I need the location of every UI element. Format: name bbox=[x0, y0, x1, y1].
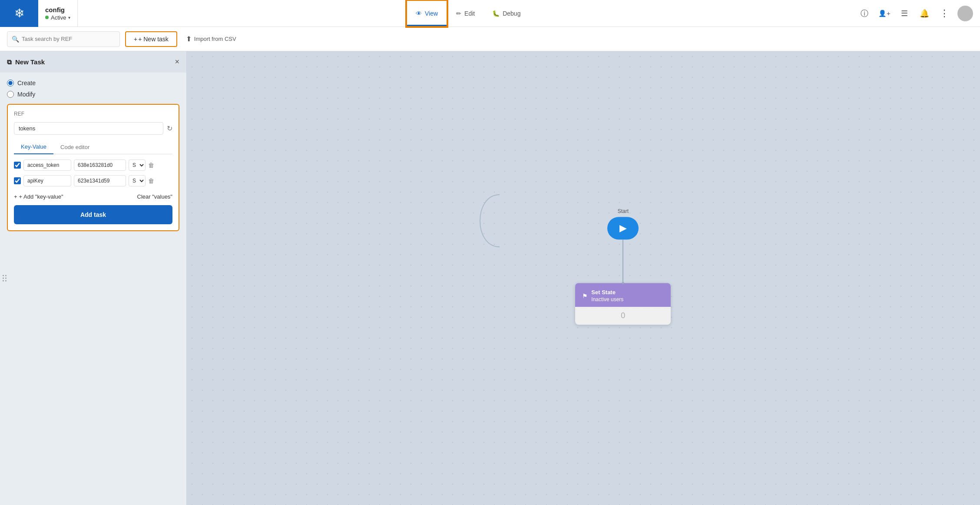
layers-icon: ⧉ bbox=[7, 58, 12, 66]
panel-tabs: Key-Value Code editor bbox=[14, 140, 172, 154]
kv-list: S N B 🗑 S N bbox=[14, 159, 172, 186]
app-header: ❄ config Active ▾ 👁 View ✏ Edit 🐛 Debug … bbox=[0, 0, 980, 27]
ref-input-row: ↻ bbox=[14, 122, 172, 135]
ref-input[interactable] bbox=[14, 122, 163, 135]
radio-create-label: Create bbox=[17, 80, 36, 86]
kv-type-select-2[interactable]: S N B bbox=[129, 175, 146, 186]
main-content: ⧉ New Task × Create Modify REF bbox=[0, 51, 980, 505]
set-state-node[interactable]: ⚑ Set State Inactive users 0 bbox=[575, 283, 671, 325]
tab-key-value[interactable]: Key-Value bbox=[14, 140, 53, 154]
radio-group: Create Modify bbox=[7, 80, 179, 98]
logo-area: ❄ bbox=[0, 0, 38, 27]
import-icon: ⬆ bbox=[186, 35, 192, 43]
header-right: ⓘ 👤+ ☰ 🔔 ⋮ bbox=[858, 6, 980, 21]
ref-section: REF ↻ Key-Value Code editor bbox=[7, 104, 179, 231]
flag-icon: ⚑ bbox=[582, 292, 588, 299]
radio-modify-input[interactable] bbox=[7, 91, 14, 98]
trash-icon: 🗑 bbox=[148, 177, 154, 184]
ref-label: REF bbox=[14, 111, 172, 117]
play-icon: ▶ bbox=[619, 223, 627, 234]
canvas-area[interactable]: Start ▶ ▼ ⚑ Set State Inactive users bbox=[187, 51, 980, 505]
trash-icon: 🗑 bbox=[148, 162, 154, 169]
new-task-button[interactable]: + + New task bbox=[125, 31, 177, 47]
nav-edit-button[interactable]: ✏ Edit bbox=[447, 0, 483, 27]
add-task-button[interactable]: Add task bbox=[14, 205, 172, 224]
debug-icon: 🐛 bbox=[492, 10, 500, 17]
app-title-area: config Active ▾ bbox=[38, 0, 78, 27]
tab-code-editor[interactable]: Code editor bbox=[53, 140, 96, 154]
kv-row: S N B 🗑 bbox=[14, 159, 172, 171]
clear-values-button[interactable]: Clear "values" bbox=[137, 193, 173, 200]
search-input-wrap: 🔍 bbox=[7, 31, 120, 47]
left-panel: ⧉ New Task × Create Modify REF bbox=[0, 51, 187, 505]
kv-actions: + + Add "key-value" Clear "values" bbox=[14, 193, 172, 200]
edit-icon: ✏ bbox=[456, 10, 461, 17]
refresh-icon: ↻ bbox=[167, 125, 172, 132]
panel-title: ⧉ New Task bbox=[7, 58, 45, 66]
radio-modify-label: Modify bbox=[17, 91, 35, 98]
import-label: Import from CSV bbox=[194, 36, 236, 42]
start-node[interactable]: ▶ bbox=[607, 217, 639, 239]
search-icon: 🔍 bbox=[12, 36, 19, 43]
kv-row: S N B 🗑 bbox=[14, 175, 172, 186]
kv-checkbox-1[interactable] bbox=[14, 162, 21, 169]
set-state-footer: 0 bbox=[575, 307, 671, 325]
radio-create[interactable]: Create bbox=[7, 80, 179, 86]
import-csv-button[interactable]: ⬆ Import from CSV bbox=[182, 31, 240, 47]
chevron-down-icon: ▾ bbox=[68, 15, 70, 20]
clear-label: Clear "values" bbox=[137, 193, 173, 200]
tab-kv-label: Key-Value bbox=[21, 143, 46, 150]
more-icon-button[interactable]: ⋮ bbox=[937, 7, 951, 20]
kv-type-select-1[interactable]: S N B bbox=[129, 159, 146, 171]
refresh-button[interactable]: ↻ bbox=[167, 124, 172, 133]
status-badge[interactable]: Active ▾ bbox=[45, 14, 70, 21]
main-nav: 👁 View ✏ Edit 🐛 Debug bbox=[78, 0, 858, 27]
list-icon-button[interactable]: ☰ bbox=[897, 7, 911, 20]
kv-key-input-2[interactable] bbox=[23, 175, 71, 186]
radio-create-input[interactable] bbox=[7, 80, 14, 86]
plus-icon: + bbox=[14, 193, 17, 200]
kv-val-input-2[interactable] bbox=[74, 175, 126, 186]
kv-val-input-1[interactable] bbox=[74, 159, 126, 171]
kv-delete-button-1[interactable]: 🗑 bbox=[148, 162, 154, 169]
kv-checkbox-2[interactable] bbox=[14, 177, 21, 184]
logo-icon: ❄ bbox=[14, 6, 24, 20]
nav-debug-label: Debug bbox=[503, 10, 520, 17]
inactive-users-label: Inactive users bbox=[591, 296, 623, 302]
bell-icon-button[interactable]: 🔔 bbox=[917, 7, 931, 20]
nav-view-button[interactable]: 👁 View bbox=[406, 0, 447, 27]
status-dot bbox=[45, 16, 49, 19]
drag-handle[interactable] bbox=[0, 273, 9, 283]
set-state-header: ⚑ Set State Inactive users bbox=[575, 283, 671, 307]
nav-debug-button[interactable]: 🐛 Debug bbox=[483, 0, 529, 27]
kv-delete-button-2[interactable]: 🗑 bbox=[148, 177, 154, 184]
radio-modify[interactable]: Modify bbox=[7, 91, 179, 98]
new-task-label: + New task bbox=[138, 36, 169, 43]
add-task-label: Add task bbox=[80, 211, 106, 218]
sub-toolbar: 🔍 + + New task ⬆ Import from CSV bbox=[0, 27, 980, 51]
set-state-title: Set State bbox=[591, 289, 623, 296]
kv-key-input-1[interactable] bbox=[23, 159, 71, 171]
add-user-icon-button[interactable]: 👤+ bbox=[877, 7, 891, 20]
start-label: Start bbox=[618, 208, 629, 214]
add-kv-label: + Add "key-value" bbox=[19, 193, 63, 200]
nav-view-label: View bbox=[425, 10, 438, 17]
add-kv-button[interactable]: + + Add "key-value" bbox=[14, 193, 63, 200]
tab-code-label: Code editor bbox=[60, 144, 89, 150]
close-icon: × bbox=[175, 57, 179, 66]
nav-edit-label: Edit bbox=[464, 10, 475, 17]
panel-title-text: New Task bbox=[15, 58, 45, 66]
info-icon-button[interactable]: ⓘ bbox=[858, 7, 871, 20]
eye-icon: 👁 bbox=[416, 10, 422, 17]
panel-close-button[interactable]: × bbox=[175, 57, 179, 66]
plus-icon: + bbox=[134, 36, 137, 43]
workflow: Start ▶ ▼ ⚑ Set State Inactive users bbox=[575, 208, 671, 325]
loop-connector bbox=[465, 186, 534, 256]
avatar[interactable] bbox=[957, 6, 973, 21]
search-input[interactable] bbox=[22, 36, 115, 42]
app-title: config bbox=[45, 6, 70, 13]
node-count: 0 bbox=[621, 311, 625, 320]
panel-body: Create Modify REF ↻ bbox=[0, 73, 186, 505]
status-text: Active bbox=[51, 14, 66, 21]
panel-header: ⧉ New Task × bbox=[0, 51, 186, 73]
